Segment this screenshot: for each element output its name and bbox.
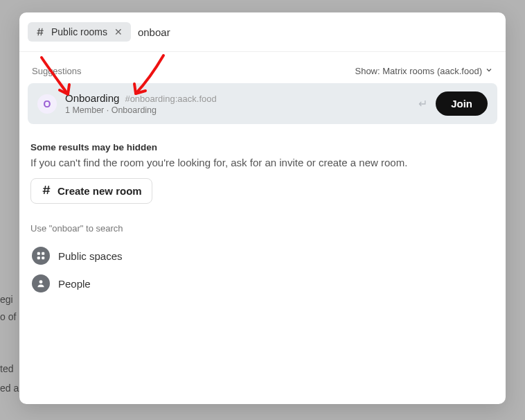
svg-rect-11	[42, 256, 44, 259]
search-option-label: People	[58, 278, 91, 290]
search-option-people[interactable]: People	[28, 270, 497, 297]
spaces-icon	[32, 247, 50, 265]
spotlight-dialog: Public rooms ✕ Suggestions Show: Matrix …	[19, 12, 506, 404]
svg-line-3	[41, 28, 42, 36]
hidden-results-title: Some results may be hidden	[30, 142, 495, 152]
search-bar: Public rooms ✕	[19, 12, 506, 52]
room-subtitle: 1 Member · Onboarding	[65, 105, 410, 115]
svg-rect-10	[37, 256, 40, 259]
suggestions-header: Suggestions Show: Matrix rooms (aack.foo…	[28, 52, 497, 83]
use-search-label: Use "onboar" to search	[30, 223, 495, 234]
search-option-public-spaces[interactable]: Public spaces	[28, 242, 497, 270]
join-button[interactable]: Join	[436, 91, 488, 116]
bg-text: ted	[0, 360, 13, 378]
bg-text: egi	[0, 291, 13, 308]
dialog-body: Suggestions Show: Matrix rooms (aack.foo…	[19, 52, 506, 311]
room-result-main: Onboarding #onboarding:aack.food 1 Membe…	[65, 92, 410, 115]
person-icon	[32, 274, 50, 292]
hidden-results-text: If you can't find the room you're lookin…	[30, 157, 495, 168]
search-option-label: Public spaces	[58, 250, 123, 262]
bg-text: ed a	[0, 380, 19, 397]
create-new-room-button[interactable]: Create new room	[30, 178, 152, 204]
room-result[interactable]: O Onboarding #onboarding:aack.food 1 Mem…	[28, 83, 497, 124]
create-new-room-label: Create new room	[57, 185, 142, 197]
enter-key-hint-icon: ↵	[418, 97, 427, 110]
chip-close-icon[interactable]: ✕	[113, 26, 124, 37]
room-alias: #onboarding:aack.food	[125, 94, 216, 104]
chevron-down-icon	[485, 66, 493, 76]
filter-chip-label: Public rooms	[51, 26, 107, 37]
svg-line-6	[44, 186, 46, 194]
room-name: Onboarding	[65, 92, 119, 104]
svg-line-2	[38, 28, 39, 36]
hash-icon	[41, 184, 52, 198]
hash-icon	[35, 26, 46, 37]
svg-line-7	[47, 186, 48, 194]
room-avatar: O	[37, 94, 57, 114]
network-filter-label: Show: Matrix rooms (aack.food)	[355, 66, 482, 76]
svg-rect-9	[42, 252, 44, 255]
bg-text: o of	[0, 308, 16, 326]
suggestions-label: Suggestions	[32, 66, 82, 76]
svg-point-12	[39, 280, 43, 283]
filter-chip-public-rooms[interactable]: Public rooms ✕	[28, 22, 131, 42]
svg-rect-8	[37, 252, 40, 255]
network-filter[interactable]: Show: Matrix rooms (aack.food)	[355, 66, 493, 76]
search-input[interactable]	[138, 26, 495, 38]
